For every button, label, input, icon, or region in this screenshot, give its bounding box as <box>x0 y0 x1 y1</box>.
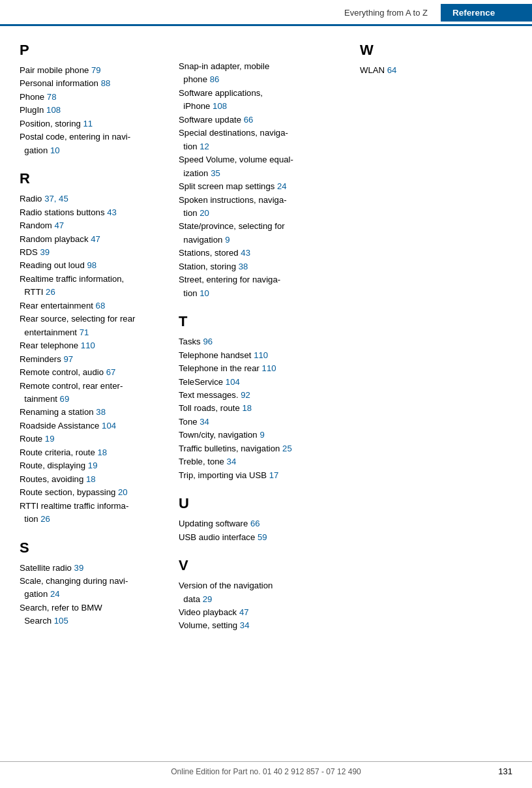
footer: Online Edition for Part no. 01 40 2 912 … <box>0 761 532 776</box>
entry-split-screen: Split screen map settings 24 <box>179 180 342 193</box>
entry-video-playback: Video playback 47 <box>179 606 342 619</box>
entry-spoken-instructions: Spoken instructions, naviga- tion 20 <box>179 194 342 220</box>
entry-renaming-station: Renaming a station 38 <box>20 406 160 419</box>
entry-updating-software: Updating software 66 <box>179 517 342 530</box>
entry-rds: RDS 39 <box>20 246 160 259</box>
entry-satellite-radio: Satellite radio 39 <box>20 562 160 575</box>
entry-rear-source: Rear source, selecting for rear entertai… <box>20 312 160 339</box>
section-header-w: W <box>360 42 523 59</box>
entry-remote-control-audio: Remote control, audio 67 <box>20 366 160 379</box>
entry-software-applications: Software applications, iPhone 108 <box>179 87 342 114</box>
entry-routes-avoiding: Routes, avoiding 18 <box>20 473 160 486</box>
entry-stations-stored: Stations, stored 43 <box>179 247 342 260</box>
main-content: P Pair mobile phone 79 Personal informat… <box>0 26 532 633</box>
entry-route-section-bypassing: Route section, bypassing 20 <box>20 486 160 499</box>
entry-toll-roads: Toll roads, route 18 <box>179 402 342 415</box>
entry-personal-information: Personal information 88 <box>20 77 160 90</box>
entry-random-playback: Random playback 47 <box>20 233 160 246</box>
entry-telephone-handset: Telephone handset 110 <box>179 349 342 362</box>
header-right-label: Reference <box>441 4 532 22</box>
entry-radio-stations-buttons: Radio stations buttons 43 <box>20 206 160 219</box>
column-right: W WLAN 64 <box>351 38 532 633</box>
entry-reminders: Reminders 97 <box>20 353 160 366</box>
entry-town-city: Town/city, navigation 9 <box>179 429 342 442</box>
entry-scale-changing: Scale, changing during navi- gation 24 <box>20 575 160 601</box>
section-header-u: U <box>179 495 342 512</box>
entry-traffic-bulletins: Traffic bulletins, navigation 25 <box>179 442 342 455</box>
entry-radio: Radio 37, 45 <box>20 192 160 205</box>
entry-reading-out-loud: Reading out loud 98 <box>20 259 160 272</box>
entry-phone: Phone 78 <box>20 91 160 104</box>
column-left: P Pair mobile phone 79 Personal informat… <box>0 38 170 633</box>
entry-route-criteria: Route criteria, route 18 <box>20 446 160 459</box>
entry-version-navigation: Version of the navigation data 29 <box>179 579 342 606</box>
entry-route: Route 19 <box>20 432 160 446</box>
entry-remote-control-rear: Remote control, rear enter- tainment 69 <box>20 380 160 406</box>
entry-text-messages: Text messages. 92 <box>179 389 342 402</box>
entry-telephone-in-rear: Telephone in the rear 110 <box>179 362 342 375</box>
header-left-label: Everything from A to Z <box>0 8 441 18</box>
entry-volume-setting: Volume, setting 34 <box>179 619 342 632</box>
entry-speed-volume: Speed Volume, volume equal- ization 35 <box>179 153 342 180</box>
section-header-p: P <box>20 42 160 59</box>
entry-rear-entertainment: Rear entertainment 68 <box>20 299 160 312</box>
entry-rtti: RTTI realtime traffic informa- tion 26 <box>20 500 160 526</box>
entry-trip-importing: Trip, importing via USB 17 <box>179 469 342 482</box>
entry-wlan: WLAN 64 <box>360 64 523 77</box>
entry-tone: Tone 34 <box>179 416 342 429</box>
entry-position-storing: Position, storing 11 <box>20 117 160 130</box>
entry-roadside-assistance: Roadside Assistance 104 <box>20 419 160 432</box>
section-header-s: S <box>20 539 160 556</box>
entry-postal-code: Postal code, entering in navi- gation 10 <box>20 130 160 157</box>
entry-realtime-traffic: Realtime traffic information, RTTI 26 <box>20 273 160 299</box>
footer-page-number: 131 <box>498 766 512 776</box>
entry-snap-in-adapter: Snap-in adapter, mobile phone 86 <box>179 60 342 87</box>
entry-route-displaying: Route, displaying 19 <box>20 459 160 472</box>
entry-plugin: PlugIn 108 <box>20 104 160 117</box>
entry-teleservice: TeleService 104 <box>179 376 342 389</box>
entry-state-province: State/province, selecting for navigation… <box>179 220 342 247</box>
column-mid: Snap-in adapter, mobile phone 86 Softwar… <box>170 38 351 633</box>
section-header-t: T <box>179 313 342 330</box>
page-header: Everything from A to Z Reference <box>0 0 532 26</box>
entry-rear-telephone: Rear telephone 110 <box>20 339 160 352</box>
entry-treble-tone: Treble, tone 34 <box>179 455 342 468</box>
entry-special-destinations: Special destinations, naviga- tion 12 <box>179 127 342 153</box>
section-header-v: V <box>179 557 342 574</box>
entry-street-entering: Street, entering for naviga- tion 10 <box>179 273 342 300</box>
entry-search-bmw: Search, refer to BMW Search 105 <box>20 601 160 628</box>
footer-text: Online Edition for Part no. 01 40 2 912 … <box>171 767 361 776</box>
entry-pair-mobile-phone: Pair mobile phone 79 <box>20 64 160 77</box>
entry-station-storing: Station, storing 38 <box>179 260 342 273</box>
entry-software-update: Software update 66 <box>179 114 342 127</box>
section-header-r: R <box>20 170 160 187</box>
entry-random: Random 47 <box>20 219 160 232</box>
entry-usb-audio: USB audio interface 59 <box>179 531 342 544</box>
entry-tasks: Tasks 96 <box>179 335 342 348</box>
